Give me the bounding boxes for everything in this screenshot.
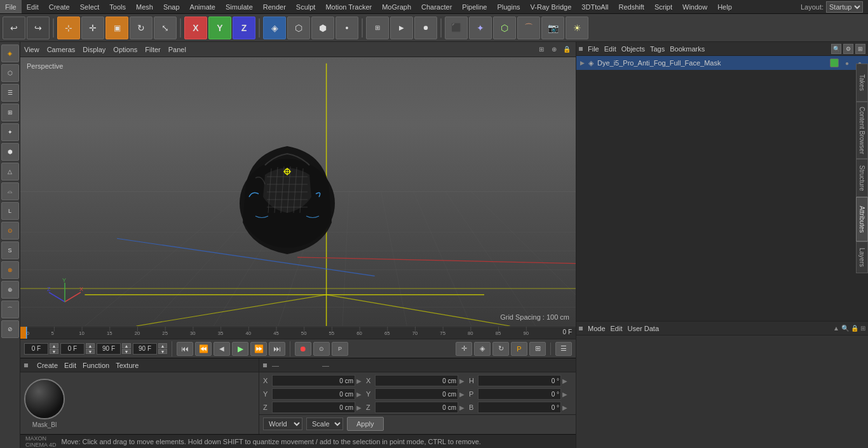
menu-plugins[interactable]: Plugins	[492, 0, 525, 13]
record-button[interactable]: ⏺	[295, 342, 311, 356]
y-rot-arrow[interactable]: ▶	[459, 391, 467, 398]
motion-path-button[interactable]: ✛	[456, 342, 472, 356]
obj-settings-icon[interactable]: ⚙	[843, 44, 853, 54]
vp-icon-move[interactable]: ⊕	[549, 44, 559, 55]
current-frame-down[interactable]: ▼	[86, 349, 95, 354]
cursor-tool-button[interactable]: ⊹	[57, 17, 80, 39]
x-pos-input[interactable]	[272, 375, 355, 386]
attr-menu-edit[interactable]: Edit	[611, 325, 623, 332]
structure-tab[interactable]: Structure	[856, 159, 868, 197]
vp-menu-filter[interactable]: Filter	[145, 46, 160, 53]
nurbs-button[interactable]: ✦	[469, 17, 492, 39]
object-color-swatch[interactable]	[830, 58, 839, 67]
menu-script[interactable]: Script	[649, 0, 677, 13]
autokey-button[interactable]: P	[511, 342, 527, 356]
move-tool-button[interactable]: ✛	[81, 17, 104, 39]
timeline-ruler[interactable]: 0 5 10 15 20 25 30 35 40 45 50 55 60 65 …	[20, 326, 576, 339]
menu-file[interactable]: File	[0, 0, 22, 13]
current-frame-input[interactable]	[60, 343, 85, 355]
obj-menu-bookmarks[interactable]: Bookmarks	[670, 45, 705, 53]
apply-button[interactable]: Apply	[347, 417, 384, 431]
attr-menu-mode[interactable]: Mode	[588, 325, 606, 332]
scale-tool-button[interactable]: ▣	[105, 17, 128, 39]
left-tool-2[interactable]: ⬡	[1, 64, 19, 82]
object-mode-button[interactable]: ◈	[263, 17, 286, 39]
left-tool-5[interactable]: ✦	[1, 123, 19, 141]
attributes-tab[interactable]: Attributes	[856, 197, 868, 241]
end-preview-down[interactable]: ▼	[122, 349, 131, 354]
start-frame-up[interactable]: ▲	[50, 343, 58, 348]
timeline-mode-button[interactable]: ↻	[492, 342, 509, 356]
scale-select[interactable]: Scale Size	[306, 417, 343, 430]
key-frame-button[interactable]: ◈	[474, 342, 491, 356]
current-frame-up[interactable]: ▲	[86, 343, 95, 348]
undo-button[interactable]: ↩	[3, 17, 25, 39]
render-button[interactable]: ⏺	[414, 17, 437, 39]
obj-menu-objects[interactable]: Objects	[621, 45, 645, 53]
left-tool-13[interactable]: ⊕	[1, 281, 19, 299]
vp-menu-options[interactable]: Options	[113, 46, 137, 53]
p-input[interactable]	[478, 388, 561, 400]
deformer-button[interactable]: ⬡	[493, 17, 516, 39]
play-reverse-button[interactable]: ◀	[214, 342, 230, 356]
object-expand-arrow[interactable]: ▶	[580, 60, 585, 66]
vp-menu-display[interactable]: Display	[83, 46, 105, 53]
edge-mode-button[interactable]: ⬢	[311, 17, 334, 39]
obj-search-icon[interactable]: 🔍	[831, 44, 841, 54]
y-pos-arrow[interactable]: ▶	[356, 391, 364, 398]
x-axis-button[interactable]: X	[184, 17, 207, 39]
mat-menu-texture[interactable]: Texture	[116, 362, 139, 369]
render-view-button[interactable]: ▶	[390, 17, 413, 39]
obj-menu-file[interactable]: File	[588, 45, 599, 53]
y-pos-input[interactable]	[272, 388, 355, 400]
vp-menu-panel[interactable]: Panel	[168, 46, 186, 53]
menu-help[interactable]: Help	[712, 0, 737, 13]
menu-mesh[interactable]: Mesh	[131, 0, 158, 13]
end-preview-input[interactable]	[97, 343, 121, 355]
object-vis-icon[interactable]: ●	[843, 60, 851, 67]
z-pos-input[interactable]	[272, 402, 355, 413]
left-tool-3[interactable]: ☰	[1, 84, 19, 102]
y-rot-input[interactable]	[375, 388, 458, 400]
go-to-start-button[interactable]: ⏮	[177, 342, 193, 356]
left-tool-6[interactable]: ⬢	[1, 143, 19, 161]
render-region-button[interactable]: ⊞	[366, 17, 389, 39]
x-rot-arrow[interactable]: ▶	[459, 377, 467, 384]
preview-button[interactable]: P	[332, 342, 348, 356]
play-button[interactable]: ▶	[232, 342, 248, 356]
menu-tools[interactable]: Tools	[104, 0, 131, 13]
obj-expand-icon[interactable]: ⊞	[855, 44, 865, 54]
left-tool-15[interactable]: ⊘	[1, 320, 19, 338]
menu-simulate[interactable]: Simulate	[220, 0, 258, 13]
h-input[interactable]	[478, 375, 561, 386]
b-arrow[interactable]: ▶	[562, 404, 570, 411]
viewport-3d[interactable]: Perspective	[20, 57, 576, 326]
p-arrow[interactable]: ▶	[562, 391, 570, 398]
mat-menu-create[interactable]: Create	[37, 362, 58, 369]
z-pos-arrow[interactable]: ▶	[356, 404, 364, 411]
takes-tab[interactable]: Takes	[856, 64, 868, 102]
z-rot-input[interactable]	[375, 402, 458, 413]
grid-button[interactable]: ⊞	[529, 342, 546, 356]
poly-mode-button[interactable]: ⬡	[287, 17, 310, 39]
record-auto-button[interactable]: ⊙	[313, 342, 330, 356]
x-pos-arrow[interactable]: ▶	[356, 377, 364, 384]
end-frame-up[interactable]: ▲	[158, 343, 167, 348]
menu-snap[interactable]: Snap	[158, 0, 185, 13]
vp-icon-lock[interactable]: 🔒	[562, 44, 572, 55]
vp-menu-cameras[interactable]: Cameras	[47, 46, 76, 53]
menu-window[interactable]: Window	[677, 0, 712, 13]
end-frame-down[interactable]: ▼	[158, 349, 167, 354]
obj-menu-tags[interactable]: Tags	[650, 45, 665, 53]
left-tool-9[interactable]: L	[1, 202, 19, 220]
step-back-button[interactable]: ⏪	[195, 342, 212, 356]
menu-mograph[interactable]: MoGraph	[377, 0, 416, 13]
end-preview-up[interactable]: ▲	[122, 343, 131, 348]
object-row[interactable]: ▶ ◈ Dye_i5_Pro_Anti_Fog_Full_Face_Mask ●…	[576, 56, 868, 70]
rotate-tool-button[interactable]: ↻	[130, 17, 153, 39]
menu-pipeline[interactable]: Pipeline	[457, 0, 492, 13]
left-tool-11[interactable]: S	[1, 241, 19, 259]
attr-menu-userdata[interactable]: User Data	[628, 325, 660, 332]
redo-button[interactable]: ↪	[27, 17, 50, 39]
left-tool-10[interactable]: ⊙	[1, 222, 19, 240]
